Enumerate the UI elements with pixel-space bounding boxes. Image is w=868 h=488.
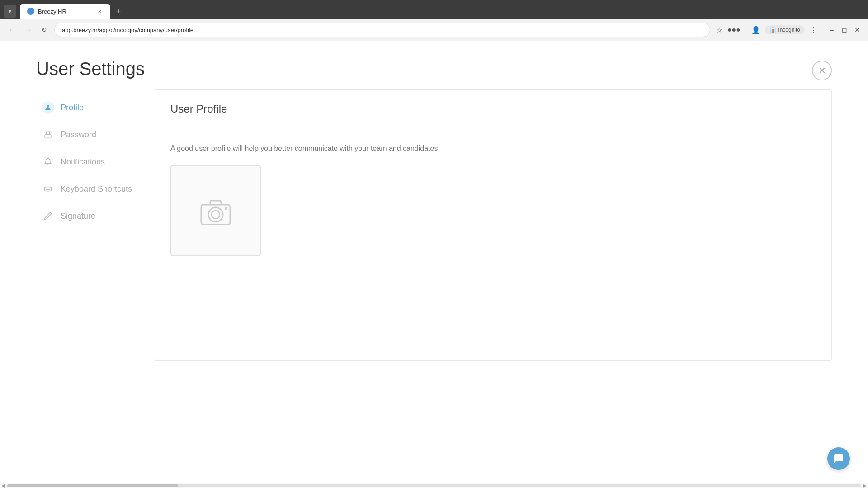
page-header: User Settings ✕ <box>0 41 868 89</box>
page-title: User Settings <box>36 59 145 79</box>
scrollbar-thumb[interactable] <box>7 484 178 487</box>
main-layout: Profile Password <box>0 89 868 361</box>
incognito-label: Incognito <box>778 27 800 33</box>
extensions-button[interactable]: ●●● <box>728 24 739 35</box>
sidebar-item-keyboard-shortcuts[interactable]: Keyboard Shortcuts <box>36 175 154 202</box>
new-tab-button[interactable]: + <box>112 5 125 18</box>
svg-point-0 <box>47 105 49 108</box>
page-content: User Settings ✕ Profile <box>0 41 868 488</box>
active-tab[interactable]: Breezy HR ✕ <box>20 4 110 19</box>
profile-description: A good user profile will help you better… <box>170 145 815 153</box>
tab-title: Breezy HR <box>38 8 92 15</box>
keyboard-shortcuts-icon <box>42 183 54 195</box>
address-bar[interactable]: app.breezy.hr/app/c/moodjoy/company/user… <box>54 23 710 37</box>
scroll-right-button[interactable]: ▶ <box>862 483 868 488</box>
horizontal-scrollbar[interactable]: ◀ ▶ <box>0 483 868 488</box>
browser-chrome: ▼ Breezy HR ✕ + ← → ↻ app.breezy.hr/app/… <box>0 0 868 41</box>
scroll-left-button[interactable]: ◀ <box>0 483 6 488</box>
window-controls: – ◻ ✕ <box>826 24 863 35</box>
divider <box>745 25 745 34</box>
close-settings-button[interactable]: ✕ <box>812 61 832 80</box>
camera-icon <box>198 195 234 226</box>
tab-close-button[interactable]: ✕ <box>96 8 103 15</box>
svg-rect-2 <box>45 187 52 191</box>
section-title: User Profile <box>170 103 815 115</box>
password-label: Password <box>61 130 96 140</box>
sidebar-item-notifications[interactable]: Notifications <box>36 148 154 175</box>
back-button[interactable]: ← <box>5 23 18 36</box>
scrollbar-track <box>7 484 861 487</box>
profile-label: Profile <box>61 103 84 113</box>
content-body: A good user profile will help you better… <box>154 128 831 272</box>
photo-upload-area[interactable] <box>170 165 261 256</box>
svg-point-4 <box>208 207 223 222</box>
svg-rect-1 <box>45 134 51 138</box>
chat-icon <box>833 453 844 464</box>
address-text: app.breezy.hr/app/c/moodjoy/company/user… <box>62 27 703 33</box>
notifications-label: Notifications <box>61 157 105 167</box>
profile-icon <box>42 101 54 114</box>
minimize-button[interactable]: – <box>826 24 837 35</box>
svg-point-5 <box>212 211 220 219</box>
svg-rect-6 <box>225 207 227 210</box>
tab-switcher[interactable]: ▼ <box>4 5 16 18</box>
forward-button[interactable]: → <box>22 23 34 36</box>
signature-label: Signature <box>61 211 95 221</box>
content-header: User Profile <box>154 90 831 128</box>
incognito-icon: 👔 <box>769 27 776 33</box>
sidebar-item-profile[interactable]: Profile <box>36 94 154 121</box>
tab-favicon <box>27 8 34 15</box>
incognito-badge: 👔 Incognito <box>765 25 805 34</box>
nav-actions: ☆ ●●● 👤 👔 Incognito ⋮ <box>714 24 819 35</box>
tab-bar: ▼ Breezy HR ✕ + <box>0 0 868 19</box>
nav-bar: ← → ↻ app.breezy.hr/app/c/moodjoy/compan… <box>0 19 868 41</box>
keyboard-shortcuts-label: Keyboard Shortcuts <box>61 184 132 194</box>
chat-button[interactable] <box>827 447 850 470</box>
refresh-button[interactable]: ↻ <box>38 23 51 36</box>
signature-icon <box>42 210 54 222</box>
close-window-button[interactable]: ✕ <box>852 24 863 35</box>
close-icon: ✕ <box>818 65 826 76</box>
profile-button[interactable]: 👤 <box>750 24 761 35</box>
menu-button[interactable]: ⋮ <box>808 24 819 35</box>
maximize-button[interactable]: ◻ <box>839 24 850 35</box>
password-icon <box>42 128 54 141</box>
sidebar-item-password[interactable]: Password <box>36 121 154 148</box>
sidebar-item-signature[interactable]: Signature <box>36 202 154 230</box>
settings-sidebar: Profile Password <box>36 89 154 361</box>
bookmark-button[interactable]: ☆ <box>714 24 725 35</box>
main-content-panel: User Profile A good user profile will he… <box>154 89 832 361</box>
notifications-icon <box>42 155 54 168</box>
